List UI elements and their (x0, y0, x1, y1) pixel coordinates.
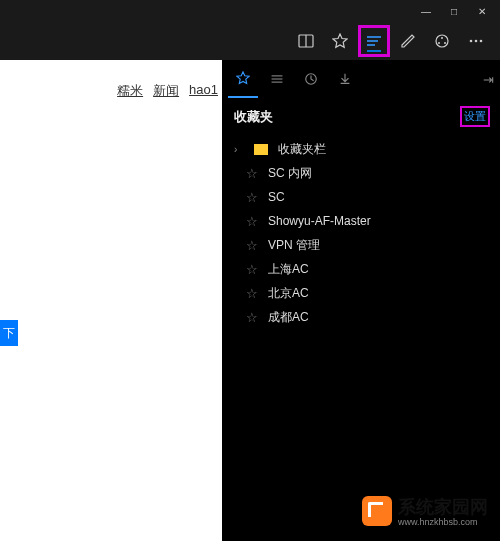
svg-point-7 (438, 42, 440, 44)
browser-toolbar (0, 22, 500, 60)
webpage-area: 糯米 新闻 hao1 下 (0, 60, 222, 541)
star-icon: ☆ (246, 238, 258, 253)
star-icon: ☆ (246, 286, 258, 301)
favorite-item[interactable]: ☆ SC 内网 (222, 161, 500, 185)
maximize-button[interactable]: □ (440, 0, 468, 22)
window-titlebar: — □ ✕ (0, 0, 500, 22)
star-icon: ☆ (246, 262, 258, 277)
favorite-item[interactable]: ☆ Showyu-AF-Master (222, 209, 500, 233)
favorite-label: Showyu-AF-Master (268, 214, 371, 228)
svg-point-10 (475, 40, 478, 43)
star-icon: ☆ (246, 166, 258, 181)
favorite-label: 成都AC (268, 309, 309, 326)
chevron-right-icon: › (234, 144, 244, 155)
favorite-label: 上海AC (268, 261, 309, 278)
favorite-item[interactable]: ☆ 成都AC (222, 305, 500, 329)
favorite-item[interactable]: ☆ SC (222, 185, 500, 209)
favorite-label: VPN 管理 (268, 237, 320, 254)
tab-downloads[interactable] (330, 60, 360, 98)
panel-title: 收藏夹 (234, 108, 273, 126)
pin-panel-icon[interactable]: ⇥ (483, 72, 494, 87)
share-icon[interactable] (426, 25, 458, 57)
panel-header: 收藏夹 设置 (222, 98, 500, 133)
more-icon[interactable] (460, 25, 492, 57)
minimize-button[interactable]: — (412, 0, 440, 22)
hub-button[interactable] (358, 25, 390, 57)
tab-reading-list[interactable] (262, 60, 292, 98)
folder-label: 收藏夹栏 (278, 141, 326, 158)
svg-point-5 (436, 35, 448, 47)
tab-history[interactable] (296, 60, 326, 98)
favorite-label: 北京AC (268, 285, 309, 302)
content-area: 糯米 新闻 hao1 下 ⇥ 收藏夹 设置 (0, 60, 500, 541)
hub-tabs: ⇥ (222, 60, 500, 98)
star-icon: ☆ (246, 214, 258, 229)
favorite-label: SC (268, 190, 285, 204)
svg-point-8 (444, 42, 446, 44)
favorite-label: SC 内网 (268, 165, 312, 182)
svg-point-9 (470, 40, 473, 43)
favorite-item[interactable]: ☆ VPN 管理 (222, 233, 500, 257)
nav-link-nuomi[interactable]: 糯米 (117, 82, 143, 100)
page-nav-links: 糯米 新闻 hao1 (117, 82, 218, 100)
tab-favorites[interactable] (228, 60, 258, 98)
favorite-item[interactable]: ☆ 上海AC (222, 257, 500, 281)
watermark-logo-icon (362, 496, 392, 526)
svg-point-11 (480, 40, 483, 43)
watermark: 系统家园网 www.hnzkhbsb.com (362, 495, 488, 527)
star-icon: ☆ (246, 310, 258, 325)
favorite-item[interactable]: ☆ 北京AC (222, 281, 500, 305)
nav-link-hao[interactable]: hao1 (189, 82, 218, 100)
svg-point-6 (441, 37, 443, 39)
nav-link-news[interactable]: 新闻 (153, 82, 179, 100)
close-button[interactable]: ✕ (468, 0, 496, 22)
hub-panel: ⇥ 收藏夹 设置 › 收藏夹栏 ☆ SC 内网 ☆ SC ☆ Showyu-AF… (222, 60, 500, 541)
page-button-fragment[interactable]: 下 (0, 320, 18, 346)
watermark-brand: 系统家园网 (398, 495, 488, 519)
favorite-star-icon[interactable] (324, 25, 356, 57)
favorites-settings-link[interactable]: 设置 (460, 106, 490, 127)
watermark-url: www.hnzkhbsb.com (398, 517, 488, 527)
reading-view-icon[interactable] (290, 25, 322, 57)
web-note-icon[interactable] (392, 25, 424, 57)
star-icon: ☆ (246, 190, 258, 205)
favorites-bar-folder[interactable]: › 收藏夹栏 (222, 137, 500, 161)
folder-icon (254, 144, 268, 155)
favorites-list: › 收藏夹栏 ☆ SC 内网 ☆ SC ☆ Showyu-AF-Master ☆… (222, 133, 500, 333)
